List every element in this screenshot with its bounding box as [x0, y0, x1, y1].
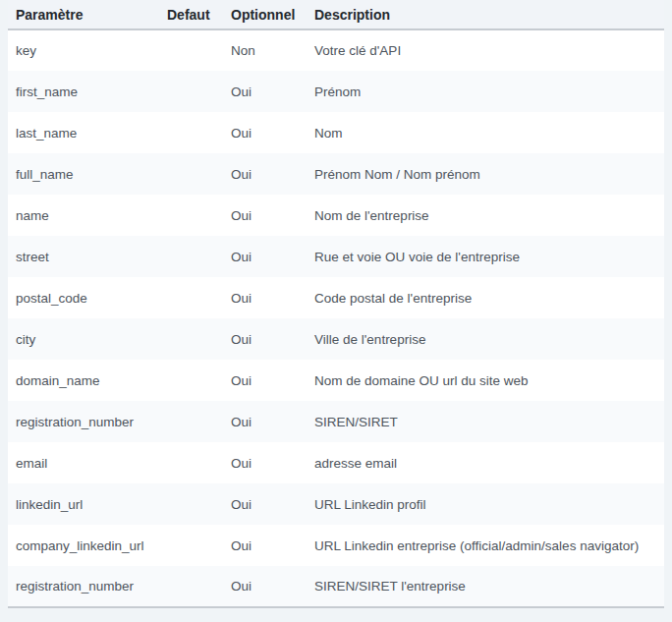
cell-default [159, 566, 223, 607]
cell-param: city [8, 318, 159, 360]
cell-description: Nom [307, 112, 664, 153]
cell-description: SIREN/SIRET l'entreprise [307, 566, 664, 607]
column-header-description: Description [307, 0, 664, 29]
cell-description: Prénom Nom / Nom prénom [307, 153, 664, 195]
table-row: postal_codeOuiCode postal de l'entrepris… [8, 277, 664, 318]
cell-param: linkedin_url [8, 483, 159, 525]
cell-default [159, 71, 223, 112]
cell-default [159, 236, 223, 277]
cell-default [159, 29, 223, 71]
column-header-default: Defaut [159, 0, 223, 29]
table-row: full_nameOuiPrénom Nom / Nom prénom [8, 153, 664, 195]
table-row: first_nameOuiPrénom [8, 71, 664, 112]
cell-description: Ville de l'entreprise [307, 318, 664, 360]
cell-optional: Oui [223, 318, 307, 360]
table-header-row: ParamètreDefautOptionnelDescription [8, 0, 664, 29]
cell-optional: Oui [223, 401, 307, 442]
cell-description: Votre clé d'API [307, 29, 664, 71]
cell-optional: Oui [223, 566, 307, 607]
cell-param: name [8, 195, 159, 236]
cell-description: Rue et voie OU voie de l'entreprise [307, 236, 664, 277]
table-row: last_nameOuiNom [8, 112, 664, 153]
table-row: keyNonVotre clé d'API [8, 29, 664, 71]
cell-optional: Non [223, 29, 307, 71]
cell-default [159, 401, 223, 442]
cell-default [159, 360, 223, 401]
cell-param: full_name [8, 153, 159, 195]
cell-param: street [8, 236, 159, 277]
cell-optional: Oui [223, 525, 307, 566]
cell-description: Nom de domaine OU url du site web [307, 360, 664, 401]
cell-optional: Oui [223, 112, 307, 153]
table-row: streetOuiRue et voie OU voie de l'entrep… [8, 236, 664, 277]
cell-optional: Oui [223, 483, 307, 525]
cell-description: URL Linkedin entreprise (official/admin/… [307, 525, 664, 566]
cell-param: email [8, 442, 159, 483]
cell-param: registration_number [8, 566, 159, 607]
cell-optional: Oui [223, 195, 307, 236]
cell-description: Prénom [307, 71, 664, 112]
cell-description: Code postal de l'entreprise [307, 277, 664, 318]
cell-default [159, 483, 223, 525]
cell-default [159, 153, 223, 195]
cell-optional: Oui [223, 71, 307, 112]
column-header-optional: Optionnel [223, 0, 307, 29]
cell-description: adresse email [307, 442, 664, 483]
table-row: domain_nameOuiNom de domaine OU url du s… [8, 360, 664, 401]
table-body: keyNonVotre clé d'APIfirst_nameOuiPrénom… [8, 29, 664, 607]
cell-optional: Oui [223, 153, 307, 195]
cell-optional: Oui [223, 442, 307, 483]
cell-default [159, 525, 223, 566]
cell-param: last_name [8, 112, 159, 153]
cell-default [159, 277, 223, 318]
cell-default [159, 195, 223, 236]
table-row: nameOuiNom de l'entreprise [8, 195, 664, 236]
cell-param: first_name [8, 71, 159, 112]
cell-optional: Oui [223, 360, 307, 401]
column-header-param: Paramètre [8, 0, 159, 29]
table-header: ParamètreDefautOptionnelDescription [8, 0, 664, 29]
table-row: company_linkedin_urlOuiURL Linkedin entr… [8, 525, 664, 566]
cell-description: Nom de l'entreprise [307, 195, 664, 236]
table-row: linkedin_urlOuiURL Linkedin profil [8, 483, 664, 525]
cell-description: SIREN/SIRET [307, 401, 664, 442]
table-row: registration_numberOuiSIREN/SIRET l'entr… [8, 566, 664, 607]
cell-param: domain_name [8, 360, 159, 401]
cell-default [159, 442, 223, 483]
cell-optional: Oui [223, 236, 307, 277]
cell-param: key [8, 29, 159, 71]
cell-optional: Oui [223, 277, 307, 318]
table-row: registration_numberOuiSIREN/SIRET [8, 401, 664, 442]
cell-param: postal_code [8, 277, 159, 318]
parameters-table: ParamètreDefautOptionnelDescription keyN… [8, 0, 664, 608]
cell-description: URL Linkedin profil [307, 483, 664, 525]
cell-param: registration_number [8, 401, 159, 442]
cell-default [159, 318, 223, 360]
table-row: cityOuiVille de l'entreprise [8, 318, 664, 360]
cell-param: company_linkedin_url [8, 525, 159, 566]
cell-default [159, 112, 223, 153]
table-row: emailOuiadresse email [8, 442, 664, 483]
page-root: ParamètreDefautOptionnelDescription keyN… [8, 0, 664, 608]
